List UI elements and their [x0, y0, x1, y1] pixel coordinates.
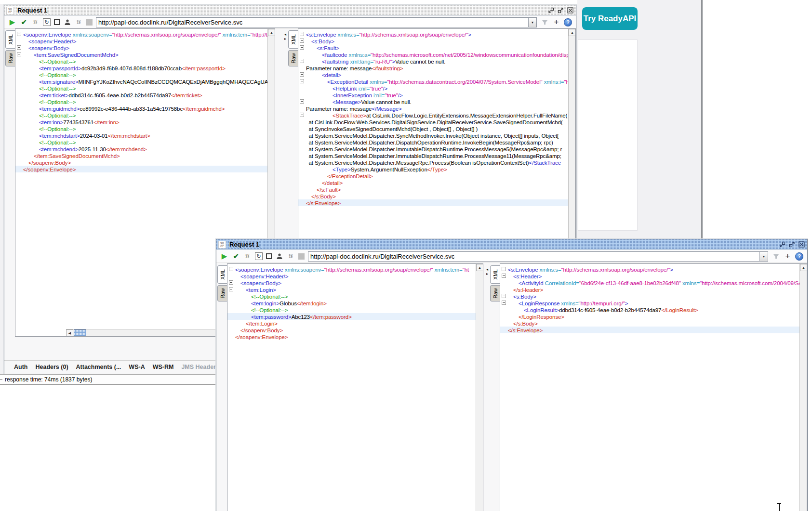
xml-line: </s:Envelope>	[298, 199, 568, 206]
resubmit-request-icon[interactable]: ✔	[20, 18, 28, 26]
submit-request-icon[interactable]: ▶	[220, 252, 228, 261]
edit-endpoint-icon-disabled[interactable]	[541, 18, 549, 26]
add-endpoint-icon[interactable]: +	[552, 18, 560, 26]
fold-collapse-icon[interactable]	[300, 59, 304, 63]
window-title: Request 1	[16, 7, 50, 14]
cancel-request-icon[interactable]	[266, 253, 272, 259]
xml-line: </tem:Login>	[227, 320, 476, 327]
fold-collapse-icon[interactable]	[300, 32, 304, 36]
fold-collapse-icon[interactable]	[502, 301, 506, 305]
request-vertical-scrollbar[interactable]: ▲	[476, 264, 483, 511]
xml-line: <tem:SaveSignedDocumentMchd>	[15, 51, 267, 58]
app-window-border	[701, 0, 703, 241]
scroll-up-icon[interactable]: ▲	[569, 29, 576, 36]
xml-line: </s:Body>	[500, 320, 799, 327]
tab-xml[interactable]: XML	[288, 30, 298, 49]
endpoint-dropdown-icon[interactable]: ▼	[759, 252, 768, 261]
bottom-tab[interactable]: WS-A	[129, 364, 145, 370]
restore-window-icon[interactable]	[778, 241, 786, 248]
auth-user-icon[interactable]	[275, 252, 283, 261]
horizontal-scroll-thumb[interactable]	[74, 329, 86, 336]
soap-action-icon[interactable]: SOAP	[31, 18, 40, 26]
fold-collapse-icon[interactable]	[300, 45, 304, 50]
fold-collapse-icon[interactable]	[229, 267, 233, 271]
fold-collapse-icon[interactable]	[300, 39, 304, 43]
xml-line: <tem:mchdend>2025-11-30</tem:mchdend>	[15, 145, 267, 152]
fold-collapse-icon[interactable]	[300, 79, 304, 83]
tab-xml[interactable]: XML	[5, 30, 15, 49]
xml-line: <tem:login>Globus</tem:login>	[227, 300, 476, 306]
request-toolbar: ▶ ✔ SOAP ↻ SOAP ▼ + ?	[4, 16, 576, 29]
xml-line: Parameter name: message</faultstring>	[298, 65, 568, 71]
xml-line: </s:Envelope>	[500, 327, 799, 333]
bottom-tab[interactable]: Attachments (...	[76, 364, 121, 370]
tab-xml[interactable]: XML	[490, 265, 500, 284]
create-soap-request-icon[interactable]: SOAP	[75, 18, 83, 26]
tab-xml[interactable]: XML	[217, 265, 227, 284]
splitter-collapse-right-icon[interactable]: ▸	[284, 37, 286, 41]
window-titlebar[interactable]: SOAP Request 1	[4, 5, 576, 16]
bottom-tab[interactable]: Auth	[14, 364, 27, 370]
side-panel	[578, 39, 638, 231]
soap-action-icon[interactable]: SOAP	[243, 252, 252, 261]
splitter-collapse-right-icon[interactable]: ▸	[486, 272, 488, 276]
create-soap-request-icon[interactable]: SOAP	[287, 252, 295, 261]
fold-collapse-icon[interactable]	[300, 72, 304, 77]
close-window-icon[interactable]	[566, 7, 574, 14]
tab-raw[interactable]: Raw	[5, 50, 15, 66]
fold-collapse-icon[interactable]	[229, 287, 233, 291]
bottom-tab[interactable]: WS-RM	[153, 364, 174, 370]
request-toolbar: ▶ ✔ SOAP ↻ SOAP ▼ + ?	[216, 250, 807, 263]
resubmit-request-icon[interactable]: ✔	[232, 252, 240, 261]
maximize-window-icon[interactable]	[788, 241, 796, 248]
tab-raw[interactable]: Raw	[288, 50, 298, 66]
fold-collapse-icon[interactable]	[17, 45, 21, 50]
recreate-request-icon[interactable]: ↻	[43, 18, 51, 26]
scroll-up-icon[interactable]: ▲	[268, 29, 275, 36]
edit-endpoint-icon-disabled[interactable]	[772, 252, 780, 261]
response-xml-content[interactable]: <s:Envelope xmlns:s="http://schemas.xmls…	[500, 264, 799, 511]
splitter-collapse-left-icon[interactable]: ◂	[284, 32, 286, 37]
tab-raw[interactable]: Raw	[490, 285, 500, 301]
fold-collapse-icon[interactable]	[300, 113, 304, 117]
fold-collapse-icon[interactable]	[17, 32, 21, 36]
scroll-left-icon[interactable]: ◀	[66, 329, 73, 337]
xml-line: <tem:signature>MIINFgYJKoZIhvcNAQcCoIINB…	[15, 78, 267, 85]
endpoint-url-input[interactable]	[96, 18, 528, 27]
placeholder-icon	[298, 253, 305, 260]
restore-window-icon[interactable]	[547, 7, 555, 14]
request-window-2: SOAP Request 1 ▶ ✔ SOAP ↻ SOAP ▼ + ? XML…	[216, 239, 808, 511]
submit-request-icon[interactable]: ▶	[8, 18, 16, 26]
xml-line: <!--Optional:-->	[15, 139, 267, 145]
editor-splitter[interactable]: ◂ ▸	[484, 263, 490, 511]
try-readyapi-button[interactable]: Try ReadyAPI	[582, 7, 638, 30]
help-icon[interactable]: ?	[564, 18, 572, 26]
fold-collapse-icon[interactable]	[300, 99, 304, 104]
fold-collapse-icon[interactable]	[502, 274, 506, 278]
scroll-up-icon[interactable]: ▲	[800, 264, 807, 271]
cancel-request-icon[interactable]	[54, 19, 60, 25]
add-endpoint-icon[interactable]: +	[784, 252, 792, 261]
endpoint-url-input[interactable]	[308, 252, 759, 261]
recreate-request-icon[interactable]: ↻	[255, 252, 263, 260]
request-xml-content[interactable]: <soapenv:Envelope xmlns:soapenv="http://…	[227, 264, 476, 511]
endpoint-dropdown-icon[interactable]: ▼	[528, 18, 536, 27]
soapui-desktop: { "app": { "try_readyapi_label": "Try Re…	[0, 0, 812, 511]
fold-collapse-icon[interactable]	[229, 280, 233, 285]
scroll-up-icon[interactable]: ▲	[476, 264, 483, 271]
splitter-collapse-left-icon[interactable]: ◂	[486, 267, 488, 272]
maximize-window-icon[interactable]	[557, 7, 564, 14]
help-icon[interactable]: ?	[795, 252, 803, 261]
close-window-icon[interactable]	[798, 241, 805, 248]
xml-line: <tem:guidmchd>ce89992c-e436-444b-ab33-1a…	[15, 105, 267, 112]
auth-user-icon[interactable]	[63, 18, 71, 26]
fold-collapse-icon[interactable]	[502, 294, 506, 298]
xml-line: </tem:SaveSignedDocumentMchd>	[15, 152, 267, 159]
response-vertical-scrollbar[interactable]: ▲	[799, 264, 807, 511]
fold-collapse-icon[interactable]	[502, 267, 506, 271]
xml-line: <InnerException i:nil="true"/>	[298, 92, 568, 98]
bottom-tab[interactable]: Headers (0)	[35, 364, 68, 370]
tab-raw[interactable]: Raw	[217, 285, 227, 301]
fold-collapse-icon[interactable]	[17, 52, 21, 56]
window-titlebar[interactable]: SOAP Request 1	[216, 239, 807, 250]
